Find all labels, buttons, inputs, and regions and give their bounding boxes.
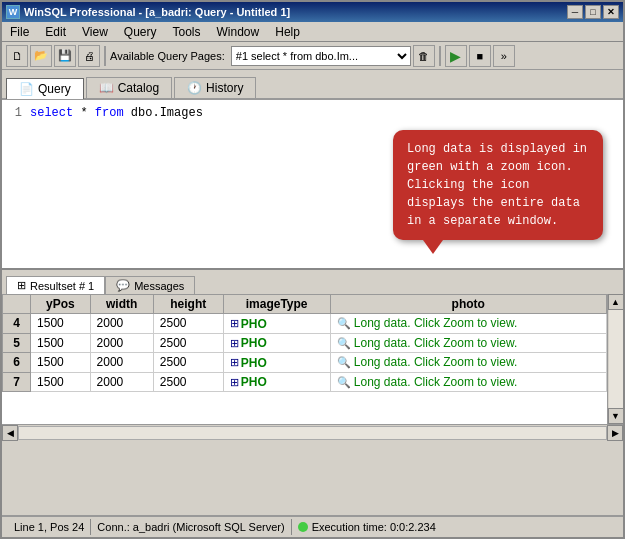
zoom-icon[interactable]: 🔍 (337, 356, 351, 368)
query-area[interactable]: 1 select * from dbo.Images Long data is … (2, 100, 623, 270)
app-icon: W (6, 5, 20, 19)
resultset-tab[interactable]: ⊞ Resultset # 1 (6, 276, 105, 294)
tab-history[interactable]: 🕐 History (174, 77, 256, 98)
cell-ypos: 1500 (31, 314, 90, 334)
cell-rownum: 6 (3, 353, 31, 373)
col-header-width[interactable]: width (90, 295, 153, 314)
menu-query[interactable]: Query (120, 24, 161, 40)
cell-height: 2500 (153, 314, 223, 334)
cell-height: 2500 (153, 372, 223, 392)
cell-height: 2500 (153, 333, 223, 353)
tooltip-text: Long data is displayed in green with a z… (407, 142, 587, 228)
catalog-tab-icon: 📖 (99, 81, 114, 95)
vertical-scrollbar[interactable]: ▲ ▼ (607, 294, 623, 424)
cell-height: 2500 (153, 353, 223, 373)
query-table: dbo.Images (131, 106, 203, 120)
stop-query-button[interactable]: ■ (469, 45, 491, 67)
catalog-tab-label: Catalog (118, 81, 159, 95)
col-header-imagetype[interactable]: imageType (223, 295, 330, 314)
menu-window[interactable]: Window (213, 24, 264, 40)
minimize-button[interactable]: ─ (567, 5, 583, 19)
photo-longdata-text: Long data. Click Zoom to view. (351, 355, 518, 369)
query-tab-icon: 📄 (19, 82, 34, 96)
query-editor-section: 1 select * from dbo.Images Long data is … (2, 100, 623, 270)
data-table: yPos width height imageType photo 415002… (2, 294, 607, 392)
toolbar-separator-2 (439, 46, 441, 66)
cell-rownum: 4 (3, 314, 31, 334)
scroll-right-button[interactable]: ▶ (607, 425, 623, 441)
toolbar-delete-query-btn[interactable]: 🗑 (413, 45, 435, 67)
table-area: yPos width height imageType photo 415002… (2, 294, 623, 424)
hscroll-track[interactable] (18, 426, 607, 440)
cell-photo[interactable]: 🔍 Long data. Click Zoom to view. (330, 372, 607, 392)
status-execution-text: Execution time: 0:0:2.234 (312, 521, 436, 533)
menu-help[interactable]: Help (271, 24, 304, 40)
col-header-ypos[interactable]: yPos (31, 295, 90, 314)
toolbar: 🗋 📂 💾 🖨 Available Query Pages: #1 select… (2, 42, 623, 70)
kw-select: select (30, 106, 73, 120)
cell-imagetype: ⊞PHO (223, 372, 330, 392)
history-tab-label: History (206, 81, 243, 95)
messages-tab[interactable]: 💬 Messages (105, 276, 195, 294)
messages-tab-label: Messages (134, 280, 184, 292)
imagetype-expand-icon: ⊞ (230, 356, 239, 369)
horizontal-scrollbar[interactable]: ◀ ▶ (2, 424, 623, 440)
status-position: Line 1, Pos 24 (8, 519, 91, 535)
scroll-left-button[interactable]: ◀ (2, 425, 18, 441)
status-connection: Conn.: a_badri (Microsoft SQL Server) (91, 519, 291, 535)
result-tab-bar: ⊞ Resultset # 1 💬 Messages (2, 270, 623, 294)
scroll-up-button[interactable]: ▲ (608, 294, 624, 310)
tooltip-bubble: Long data is displayed in green with a z… (393, 130, 603, 240)
menu-file[interactable]: File (6, 24, 33, 40)
photo-longdata-text: Long data. Click Zoom to view. (351, 336, 518, 350)
cell-photo[interactable]: 🔍 Long data. Click Zoom to view. (330, 333, 607, 353)
scroll-track[interactable] (609, 310, 623, 408)
scroll-down-button[interactable]: ▼ (608, 408, 624, 424)
tab-query[interactable]: 📄 Query (6, 78, 84, 99)
cell-photo[interactable]: 🔍 Long data. Click Zoom to view. (330, 314, 607, 334)
cell-imagetype: ⊞PHO (223, 314, 330, 334)
tab-catalog[interactable]: 📖 Catalog (86, 77, 172, 98)
toolbar-open-btn[interactable]: 📂 (30, 45, 52, 67)
photo-longdata-text: Long data. Click Zoom to view. (351, 375, 518, 389)
title-bar-buttons: ─ □ ✕ (567, 5, 619, 19)
col-header-height[interactable]: height (153, 295, 223, 314)
menu-tools[interactable]: Tools (169, 24, 205, 40)
resultset-tab-label: Resultset # 1 (30, 280, 94, 292)
cell-ypos: 1500 (31, 333, 90, 353)
zoom-icon[interactable]: 🔍 (337, 376, 351, 388)
menu-view[interactable]: View (78, 24, 112, 40)
line-numbers: 1 (6, 104, 26, 264)
main-window: W WinSQL Professional - [a_badri: Query … (0, 0, 625, 539)
query-pages-select[interactable]: #1 select * from dbo.Im... (231, 46, 411, 66)
toolbar-save-btn[interactable]: 💾 (54, 45, 76, 67)
table-row: 7150020002500⊞PHO🔍 Long data. Click Zoom… (3, 372, 607, 392)
cell-width: 2000 (90, 314, 153, 334)
zoom-icon[interactable]: 🔍 (337, 337, 351, 349)
status-indicator (298, 522, 308, 532)
imagetype-expand-icon: ⊞ (230, 337, 239, 350)
toolbar-new-btn[interactable]: 🗋 (6, 45, 28, 67)
query-star: * (80, 106, 94, 120)
menu-edit[interactable]: Edit (41, 24, 70, 40)
cell-rownum: 7 (3, 372, 31, 392)
imagetype-expand-icon: ⊞ (230, 376, 239, 389)
title-bar: W WinSQL Professional - [a_badri: Query … (2, 2, 623, 22)
status-bar: Line 1, Pos 24 Conn.: a_badri (Microsoft… (2, 515, 623, 537)
more-toolbar-btn[interactable]: » (493, 45, 515, 67)
run-query-button[interactable]: ▶ (445, 45, 467, 67)
cell-photo[interactable]: 🔍 Long data. Click Zoom to view. (330, 353, 607, 373)
col-header-photo[interactable]: photo (330, 295, 607, 314)
cell-width: 2000 (90, 353, 153, 373)
messages-tab-icon: 💬 (116, 279, 130, 292)
cell-ypos: 1500 (31, 372, 90, 392)
maximize-button[interactable]: □ (585, 5, 601, 19)
toolbar-print-btn[interactable]: 🖨 (78, 45, 100, 67)
cell-width: 2000 (90, 372, 153, 392)
col-header-rownum (3, 295, 31, 314)
title-bar-text: WinSQL Professional - [a_badri: Query - … (24, 6, 290, 18)
imagetype-value: PHO (241, 317, 267, 331)
zoom-icon[interactable]: 🔍 (337, 317, 351, 329)
table-row: 4150020002500⊞PHO🔍 Long data. Click Zoom… (3, 314, 607, 334)
close-button[interactable]: ✕ (603, 5, 619, 19)
